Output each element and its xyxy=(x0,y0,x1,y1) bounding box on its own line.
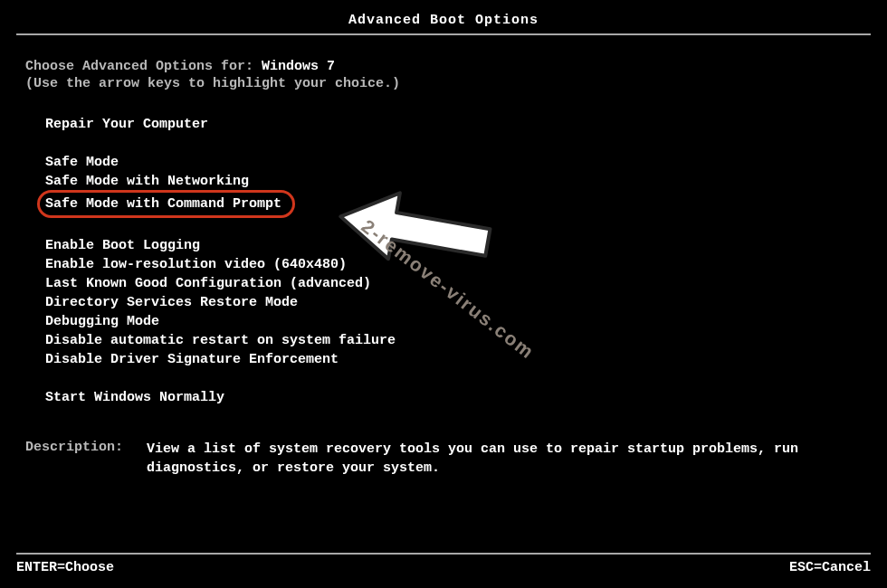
footer-hint-enter: ENTER=Choose xyxy=(16,560,114,575)
page-title: Advanced Boot Options xyxy=(0,0,887,33)
os-name: Windows 7 xyxy=(262,59,335,74)
highlight-ring: Safe Mode with Command Prompt xyxy=(37,190,295,218)
menu-item-last-known-good-config[interactable]: Last Known Good Configuration (advanced) xyxy=(45,274,862,293)
menu-item-label: Safe Mode with Command Prompt xyxy=(45,196,281,212)
menu-item-disable-auto-restart[interactable]: Disable automatic restart on system fail… xyxy=(45,331,862,350)
menu-item-repair-your-computer[interactable]: Repair Your Computer xyxy=(45,115,862,134)
menu-item-start-windows-normally[interactable]: Start Windows Normally xyxy=(45,388,862,407)
menu-item-low-resolution-video[interactable]: Enable low-resolution video (640x480) xyxy=(45,255,862,274)
intro-prefix: Choose Advanced Options for: xyxy=(25,59,262,74)
menu-item-safe-mode-networking[interactable]: Safe Mode with Networking xyxy=(45,172,862,191)
intro-hint: (Use the arrow keys to highlight your ch… xyxy=(25,76,862,91)
menu-item-safe-mode[interactable]: Safe Mode xyxy=(45,153,862,172)
intro-line: Choose Advanced Options for: Windows 7 xyxy=(25,59,862,74)
menu-item-enable-boot-logging[interactable]: Enable Boot Logging xyxy=(45,236,862,255)
boot-options-menu: Repair Your Computer Safe Mode Safe Mode… xyxy=(25,115,862,407)
description-label: Description: xyxy=(25,440,147,478)
menu-item-safe-mode-command-prompt[interactable]: Safe Mode with Command Prompt xyxy=(45,191,862,217)
menu-item-debugging-mode[interactable]: Debugging Mode xyxy=(45,312,862,331)
menu-item-directory-services-restore[interactable]: Directory Services Restore Mode xyxy=(45,293,862,312)
description-text: View a list of system recovery tools you… xyxy=(147,440,862,478)
menu-item-disable-driver-signature[interactable]: Disable Driver Signature Enforcement xyxy=(45,350,862,369)
footer: ENTER=Choose ESC=Cancel xyxy=(0,553,887,588)
footer-hint-esc: ESC=Cancel xyxy=(789,560,871,575)
description-section: Description: View a list of system recov… xyxy=(25,440,862,478)
